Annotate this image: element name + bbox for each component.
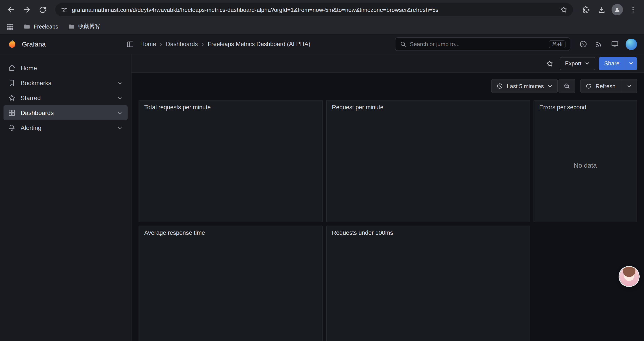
sidebar: Home Bookmarks Starred Dashboards Alerti… [0,55,132,341]
bookmark-label: Freeleaps [34,24,58,30]
screen: grafana.mathmast.com/d/deytv4rwavabkb/fr… [0,0,644,341]
panel-average-response-time: Average response time [138,226,323,341]
clock-icon [496,83,503,90]
help-icon: ? [579,40,587,48]
chevron-down-icon [584,61,590,66]
panel-request-per-minute: Request per minute [326,100,530,222]
legend-table [466,242,524,341]
panel-title[interactable]: Total requests per minute [139,101,322,112]
export-button[interactable]: Export [560,57,595,70]
back-button[interactable] [4,2,18,17]
panel-title[interactable]: Request per minute [326,101,530,112]
url-text: grafana.mathmast.com/d/deytv4rwavabkb/fr… [72,6,556,13]
bookmark-item-blog[interactable]: 收藏博客 [68,23,100,30]
rss-icon [595,40,603,48]
extensions-button[interactable] [578,2,593,17]
sidebar-item-label: Home [20,65,37,72]
display-button[interactable] [608,38,621,51]
forward-arrow-icon [22,5,31,14]
grafana-nav-left: Grafana [7,39,134,49]
dashboard-canvas: Export Share Last 5 minutes [132,55,644,341]
refresh-button[interactable]: Refresh [581,79,637,93]
search-input[interactable]: Search or jump to... ⌘+k [395,37,570,51]
requests-under-100ms-chart[interactable] [332,238,464,341]
monitor-icon [610,40,619,48]
bookmark-star-icon[interactable] [560,6,568,14]
forward-button[interactable] [19,2,34,17]
panel-errors-per-second: Errors per second No data [534,100,637,222]
panel-total-requests-per-minute: Total requests per minute [138,100,323,222]
reload-icon [38,6,47,14]
legend-table [278,242,317,341]
dashboard-subheader: Export Share [132,55,644,73]
bookmark-item-freeleaps[interactable]: Freeleaps [23,23,58,30]
share-menu-button[interactable] [625,57,637,70]
grafana-logo[interactable] [7,39,18,49]
reload-button[interactable] [35,2,50,17]
average-response-time-chart[interactable] [144,238,276,341]
no-data-message: No data [539,112,631,218]
browser-profile-avatar[interactable] [612,4,623,15]
search-icon [400,41,406,47]
browser-toolbar: grafana.mathmast.com/d/deytv4rwavabkb/fr… [0,0,644,19]
person-icon [614,6,621,13]
sidebar-item-bookmarks[interactable]: Bookmarks [4,76,128,90]
chevron-down-icon[interactable] [116,95,123,101]
apps-grid-icon[interactable] [6,23,14,30]
chevron-down-icon[interactable] [116,110,123,116]
assistant-avatar[interactable] [620,267,639,286]
request-per-minute-chart[interactable] [332,112,524,178]
sidebar-item-home[interactable]: Home [4,61,128,76]
sidebar-toggle-button[interactable] [126,40,134,48]
browser-menu-button[interactable] [626,2,640,17]
folder-icon [68,23,75,30]
favorite-dashboard-button[interactable] [543,57,556,70]
chevron-right-icon: › [202,41,204,47]
grafana-top-nav: Grafana Home › Dashboards › Freeleaps Me… [0,34,644,55]
downloads-button[interactable] [594,2,609,17]
chevron-down-icon [628,61,634,66]
kebab-menu-icon [629,6,637,14]
chevron-right-icon: › [160,41,162,47]
panel-title[interactable]: Errors per second [534,101,636,112]
site-settings-icon[interactable] [60,6,68,14]
star-icon [546,60,554,67]
panel-title[interactable]: Requests under 100ms [326,226,530,237]
puzzle-icon [582,6,590,14]
panel-title[interactable]: Average response time [139,226,322,237]
share-button[interactable]: Share [599,57,637,70]
time-range-label: Last 5 minutes [507,83,544,89]
bookmark-icon [8,79,16,87]
time-range-picker[interactable]: Last 5 minutes [492,79,558,93]
legend-inline [332,215,524,218]
home-icon [8,64,16,72]
back-arrow-icon [6,5,15,14]
user-avatar[interactable] [626,38,637,50]
total-requests-chart[interactable] [144,112,276,218]
panel-grid: Total requests per minute Request per mi… [132,93,644,341]
sidebar-item-label: Starred [20,94,41,101]
zoom-out-button[interactable] [559,79,576,93]
bookmark-label: 收藏博客 [78,23,100,30]
breadcrumb-home[interactable]: Home [140,41,156,47]
news-button[interactable] [592,38,606,51]
bell-icon [8,124,16,132]
sidebar-item-starred[interactable]: Starred [4,90,128,105]
sidebar-item-dashboards[interactable]: Dashboards [4,105,128,120]
help-button[interactable]: ? [576,38,590,51]
chevron-down-icon[interactable] [116,80,123,86]
star-icon [8,94,16,102]
export-label: Export [565,60,581,67]
url-bar[interactable]: grafana.mathmast.com/d/deytv4rwavabkb/fr… [55,3,573,16]
legend-table [278,117,317,218]
zoom-out-icon [564,83,570,90]
sidebar-item-alerting[interactable]: Alerting [4,120,128,135]
panel-requests-under-100ms: Requests under 100ms [326,226,530,341]
dashboards-icon [8,109,16,117]
breadcrumb-current: Freeleaps Metrics Dashboard (ALPHA) [208,41,310,47]
chevron-down-icon[interactable] [116,124,123,131]
breadcrumb-dashboards[interactable]: Dashboards [166,41,198,47]
refresh-interval-chevron-icon[interactable] [626,83,632,89]
grafana-nav-icons: ? [576,38,637,51]
search-placeholder: Search or jump to... [410,41,460,47]
